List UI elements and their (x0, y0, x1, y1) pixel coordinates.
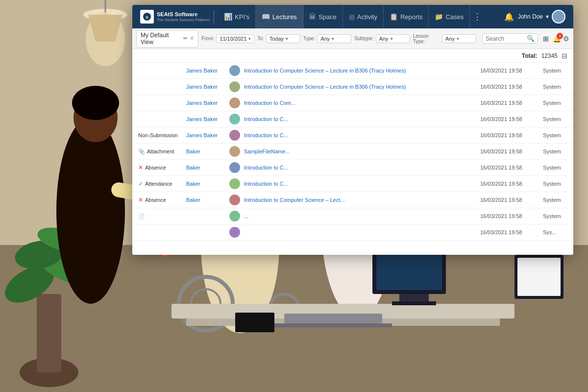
row-subject-link[interactable]: Introduction to Computer Science – Lectu… (244, 68, 476, 74)
from-label: From: (201, 36, 214, 41)
total-label: Total: (522, 52, 538, 59)
nav-item-cases[interactable]: 📁 Cases (429, 5, 470, 28)
type-select[interactable]: Any ▾ (317, 34, 351, 43)
logo-text: SEAtS Software The Student Success Platf… (157, 11, 210, 22)
svg-rect-7 (37, 294, 61, 372)
nav-items: 📊 KPI's 📖 Lectures 🏛 Space ◎ Activity 📋 … (218, 5, 500, 28)
filter-type: Type: Any ▾ (303, 34, 351, 43)
avatar (229, 98, 240, 108)
svg-rect-31 (399, 294, 429, 301)
row-subject-link[interactable]: Introduction to C... (244, 132, 476, 138)
svg-point-14 (72, 86, 119, 120)
row-student-link[interactable]: James Baker (186, 68, 225, 74)
row-date: 16/03/2021 19:58 (480, 213, 539, 219)
from-select[interactable]: 11/10/2021 ▾ (216, 34, 254, 43)
row-subject-link[interactable]: Introduction to Computer Science – Lectu… (244, 84, 476, 90)
row-student-link[interactable]: Baker (186, 165, 225, 171)
row-date: 16/03/2021 19:58 (480, 116, 539, 122)
document-icon: 📄 (138, 213, 145, 220)
edit-view-icon[interactable]: ✏ (183, 35, 188, 42)
nav-item-reports[interactable]: 📋 Reports (384, 5, 429, 28)
row-student-link[interactable]: James Baker (186, 84, 225, 90)
nav-item-kpis-label: KPI's (235, 13, 249, 21)
row-type-cell: ✓ Attendance (138, 180, 182, 187)
row-student-link[interactable]: James Baker (186, 100, 225, 106)
from-chevron-icon: ▾ (248, 36, 251, 41)
row-date: 16/03/2021 19:58 (480, 148, 539, 154)
row-student-link[interactable]: James Baker (186, 116, 225, 122)
columns-toggle-button[interactable]: ⊟ (562, 52, 567, 60)
attachment-icon: 📎 (138, 148, 145, 155)
more-menu-button[interactable]: ⋮ (470, 11, 485, 22)
settings-button[interactable]: ⚙ (563, 35, 569, 43)
avatar (229, 81, 240, 92)
table-row: 📄 ... 16/03/2021 19:58 System (132, 208, 573, 224)
table-container: James Baker Introduction to Computer Sci… (132, 63, 573, 255)
avatar (229, 227, 240, 238)
table-row: ✕ Absence Baker Introduction to Computer… (132, 192, 573, 208)
avatar (229, 211, 240, 221)
row-source: System (543, 165, 567, 171)
search-icon[interactable]: 🔍 (527, 35, 535, 42)
table-row: 16/03/2021 19:58 Sys... (132, 224, 573, 241)
svg-text:S: S (146, 15, 148, 20)
nav-item-kpis[interactable]: 📊 KPI's (218, 5, 256, 28)
lesson-type-chevron-icon: ▾ (457, 36, 459, 41)
absence-icon: ✕ (138, 196, 143, 203)
space-icon: 🏛 (309, 13, 316, 21)
nav-item-space-label: Space (318, 13, 337, 21)
row-subject-link[interactable]: Introduction to Computer Science – Lect.… (244, 197, 476, 203)
row-source: System (543, 197, 567, 203)
nav-item-reports-label: Reports (400, 13, 423, 21)
nav-item-lectures[interactable]: 📖 Lectures (256, 5, 303, 28)
notifications-button[interactable]: 🔔 3 (553, 35, 561, 43)
to-select[interactable]: Today ▾ (266, 34, 300, 43)
nav-item-space[interactable]: 🏛 Space (303, 5, 343, 28)
nav-item-activity[interactable]: ◎ Activity (343, 5, 384, 28)
table-row: Non-Submission James Baker Introduction … (132, 127, 573, 144)
row-source: System (543, 148, 567, 154)
cases-icon: 📁 (435, 13, 443, 21)
user-menu[interactable]: John Doe ▾ (518, 10, 565, 24)
nav-bar: S SEAtS Software The Student Success Pla… (132, 5, 573, 28)
row-date: 16/03/2021 19:58 (480, 84, 539, 90)
row-subject-link[interactable]: Introduction to C... (244, 116, 476, 122)
row-date: 16/03/2021 19:58 (480, 100, 539, 106)
nav-item-activity-label: Activity (357, 13, 377, 21)
table-row: ✓ Attendance Baker Introduction to C... … (132, 176, 573, 192)
close-view-icon[interactable]: ✕ (190, 35, 194, 42)
avatar (229, 162, 240, 173)
svg-rect-32 (392, 301, 436, 305)
view-tab[interactable]: My Default View ✏ ✕ (136, 30, 198, 48)
toolbar: My Default View ✏ ✕ From: 11/10/2021 ▾ T… (132, 28, 573, 49)
row-subject-link[interactable]: ... (244, 213, 476, 219)
nav-logo[interactable]: S SEAtS Software The Student Success Pla… (136, 10, 214, 24)
lesson-type-label: Lesson Type: (413, 33, 440, 44)
attendance-icon: ✓ (138, 180, 143, 187)
subtype-select[interactable]: Any ▾ (376, 34, 410, 43)
row-student-link[interactable]: Baker (186, 148, 225, 154)
svg-rect-34 (517, 258, 561, 296)
row-source: System (543, 181, 567, 187)
view-tab-label: My Default View (141, 32, 181, 46)
search-input[interactable] (486, 35, 525, 42)
row-student-link[interactable]: James Baker (186, 132, 225, 138)
lesson-type-select[interactable]: Any ▾ (442, 34, 476, 43)
total-bar: Total: 12345 ⊟ (132, 49, 573, 63)
row-subject-link[interactable]: SampleFileName... (244, 148, 476, 154)
row-type-cell: Non-Submission (138, 132, 182, 138)
table-row: 📎 Attachment Baker SampleFileName... 16/… (132, 144, 573, 160)
row-student-link[interactable]: Baker (186, 197, 225, 203)
grid-view-button[interactable]: ⊞ (541, 34, 551, 44)
subtype-chevron-icon: ▾ (391, 36, 393, 41)
row-subject-link[interactable]: Introduction to C... (244, 165, 476, 171)
row-subject-link[interactable]: Introduction to C... (244, 181, 476, 187)
notifications-bell-icon[interactable]: 🔔 (504, 12, 514, 22)
search-box[interactable]: 🔍 (482, 33, 538, 44)
row-date: 16/03/2021 19:58 (480, 132, 539, 138)
row-student-link[interactable]: Baker (186, 181, 225, 187)
to-label: To: (257, 36, 264, 41)
table-row: James Baker Introduction to Com... 16/03… (132, 95, 573, 111)
notification-badge: 3 (557, 33, 563, 39)
row-subject-link[interactable]: Introduction to Com... (244, 100, 476, 106)
